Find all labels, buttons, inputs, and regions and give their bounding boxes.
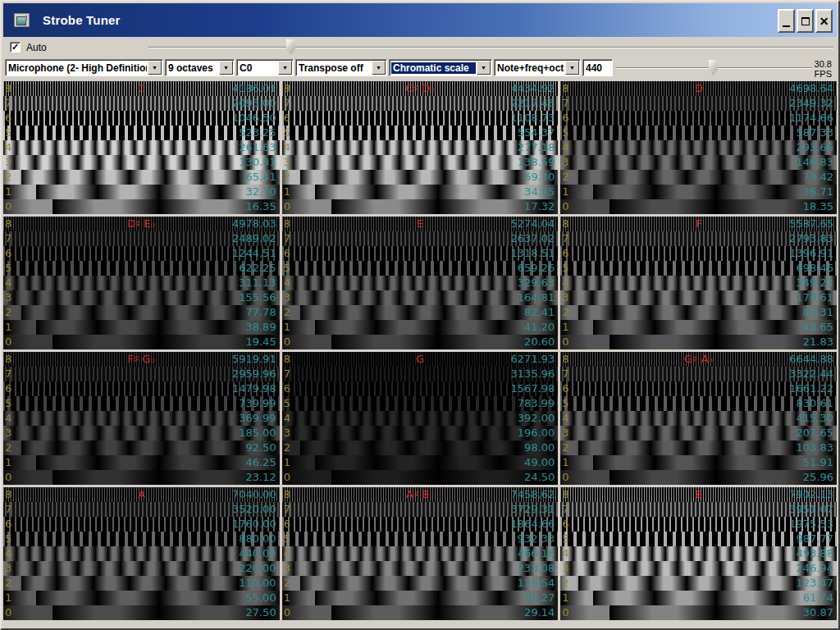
octave-label: 3: [5, 290, 11, 305]
frequency-label: 73.42: [803, 170, 833, 185]
title-bar[interactable]: Strobe Tuner ✕: [3, 3, 837, 37]
strobe-band: [560, 170, 837, 185]
chevron-down-icon[interactable]: ▼: [148, 61, 162, 75]
strobe-band: [3, 335, 280, 349]
frequency-label: 82.41: [524, 305, 555, 320]
strobe-row: 3207.65: [560, 426, 837, 441]
strobe-row: 2110.00: [3, 576, 280, 591]
octave-label: 7: [562, 231, 568, 246]
input-device-select[interactable]: Microphone (2- High Definition ▼: [5, 59, 163, 76]
strobe-row: 4369.99: [3, 411, 280, 426]
octaves-select[interactable]: 9 octaves ▼: [165, 59, 235, 76]
chevron-down-icon[interactable]: ▼: [565, 61, 579, 75]
strobe-band: [560, 546, 837, 561]
frequency-label: 34.65: [524, 185, 555, 199]
tuning-slider-thumb[interactable]: [286, 39, 295, 55]
strobe-band: [3, 185, 280, 199]
octave-label: 3: [562, 561, 568, 576]
frequency-label: 30.87: [803, 605, 833, 620]
strobe-band: [3, 411, 280, 426]
transpose-select[interactable]: Transpose off ▼: [295, 59, 387, 76]
strobe-row: 61760.00: [3, 517, 280, 532]
frequency-label: 61.74: [803, 591, 833, 605]
strobe-row: 134.65: [282, 185, 559, 199]
strobe-row: 273.42: [560, 170, 837, 185]
note-panel: 87458.6273729.3161864.665932.334466.1632…: [282, 487, 559, 620]
minimize-button[interactable]: [778, 9, 795, 33]
chevron-down-icon[interactable]: ▼: [219, 61, 233, 75]
close-button[interactable]: ✕: [815, 9, 833, 33]
note-panel: 86644.8873322.4461661.225830.614415.3032…: [560, 352, 837, 485]
strobe-band: [3, 199, 280, 214]
octave-label: 5: [562, 126, 568, 140]
toolbar-row-1: ✓ Auto: [3, 37, 837, 58]
chevron-down-icon[interactable]: ▼: [477, 61, 491, 75]
strobe-grid: 84186.0172093.0061046.505523.254261.6331…: [3, 81, 837, 623]
strobe-row: 5587.33: [560, 126, 837, 140]
octave-label: 4: [5, 276, 11, 290]
close-icon: ✕: [819, 16, 829, 27]
fps-readout: 30.8 FPS: [796, 59, 832, 79]
octave-label: 2: [284, 170, 290, 185]
fps-slider-thumb[interactable]: [709, 60, 718, 75]
strobe-row: 4293.66: [560, 140, 837, 155]
frequency-label: 1396.91: [789, 246, 833, 261]
strobe-row: 019.45: [3, 335, 280, 349]
strobe-band: [282, 140, 559, 155]
frequency-label: 3135.96: [511, 367, 555, 381]
note-name-label: G♯ A♭: [560, 353, 837, 365]
scale-select[interactable]: Chromatic scale ▼: [389, 59, 492, 76]
note-panel: 87040.0073520.0061760.005880.004440.0032…: [3, 487, 280, 620]
strobe-row: 018.35: [560, 199, 837, 214]
strobe-row: 161.74: [560, 591, 837, 605]
strobe-row: 61046.50: [3, 111, 280, 126]
display-mode-select[interactable]: Note+freq+oct ▼: [494, 59, 581, 76]
strobe-row: 025.96: [560, 470, 837, 485]
note-name-label: A♯ B♭: [282, 488, 559, 500]
maximize-button[interactable]: [797, 9, 814, 33]
frequency-label: 1318.51: [511, 246, 555, 261]
octave-label: 0: [562, 199, 568, 214]
frequency-label: 1661.22: [789, 381, 833, 396]
reference-frequency-input[interactable]: [582, 59, 613, 76]
octave-label: 4: [562, 140, 568, 155]
start-note-select[interactable]: C0 ▼: [236, 59, 294, 76]
frequency-label: 29.14: [524, 605, 555, 620]
strobe-row: 3130.81: [3, 155, 280, 170]
octave-label: 3: [562, 426, 568, 441]
strobe-row: 5523.25: [3, 126, 280, 140]
strobe-band: [3, 290, 280, 305]
frequency-label: 440.00: [239, 546, 276, 561]
chevron-down-icon[interactable]: ▼: [278, 61, 292, 75]
chevron-down-icon[interactable]: ▼: [372, 61, 386, 75]
note-name-label: D♯ E♭: [3, 217, 280, 230]
octave-label: 7: [284, 231, 290, 246]
note-name-label: A: [3, 488, 280, 500]
octave-label: 7: [284, 367, 290, 381]
frequency-label: 587.33: [796, 126, 833, 140]
strobe-row: 5783.99: [282, 396, 559, 411]
strobe-band: [282, 305, 559, 320]
strobe-row: 3220.00: [3, 561, 280, 576]
strobe-row: 155.00: [3, 591, 280, 605]
octave-label: 6: [5, 517, 11, 532]
auto-checkbox[interactable]: ✓: [10, 42, 21, 52]
strobe-band: [560, 532, 837, 546]
frequency-label: 65.41: [245, 170, 276, 185]
octave-label: 3: [562, 155, 568, 170]
note-panel: 84434.9272217.4661108.735554.374277.1831…: [282, 81, 559, 214]
octave-label: 0: [562, 470, 568, 485]
note-name-label: B: [560, 488, 837, 500]
tuning-slider-track[interactable]: [148, 47, 833, 48]
note-name-label: C♯ D♭: [282, 82, 559, 94]
strobe-row: 61108.73: [282, 111, 559, 126]
strobe-band: [560, 470, 837, 485]
window-title: Strobe Tuner: [43, 13, 121, 27]
strobe-row: 61864.66: [282, 517, 559, 532]
octave-label: 5: [562, 261, 568, 276]
octave-label: 6: [284, 381, 290, 396]
octave-label: 2: [284, 441, 290, 455]
octave-label: 2: [5, 576, 11, 591]
strobe-row: 61318.51: [282, 246, 559, 261]
octave-label: 6: [284, 111, 290, 126]
